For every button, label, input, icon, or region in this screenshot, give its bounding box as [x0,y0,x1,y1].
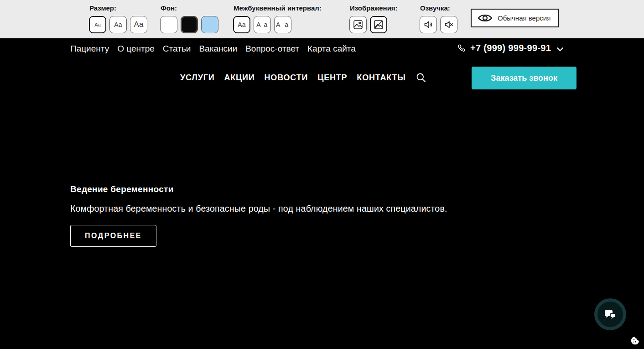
images-label: Изображения: [350,4,398,12]
sound-on-button[interactable] [420,16,437,33]
phone-icon [457,43,466,53]
background-black-swatch[interactable] [181,16,198,33]
nav-link-contacts[interactable]: КОНТАКТЫ [357,73,405,83]
image-icon [353,19,364,30]
images-off-button[interactable] [370,16,387,33]
nav-link-center[interactable]: ЦЕНТР [317,73,347,83]
sound-off-button[interactable] [440,16,457,33]
nav-link-faq[interactable]: Вопрос-ответ [245,44,299,54]
eye-icon [478,13,493,23]
nav-link-patient[interactable]: Пациенту [70,44,109,54]
letter-spacing-large-button[interactable]: А а [274,16,291,33]
letter-spacing-medium-button[interactable]: А а [254,16,271,33]
search-button[interactable] [415,72,426,83]
cookie-icon [630,336,640,345]
nav-link-sitemap[interactable]: Карта сайта [307,44,356,54]
chat-widget-button[interactable] [594,298,626,330]
nav-link-articles[interactable]: Статьи [163,44,191,54]
speaker-mute-icon [443,19,454,30]
phone-block[interactable]: +7 (999) 999-99-91 [457,43,564,53]
nav-link-services[interactable]: УСЛУГИ [180,73,215,83]
letter-spacing-label: Межбуквенный интервал: [234,4,322,12]
chevron-down-icon [556,47,564,52]
nav-link-promotions[interactable]: АКЦИИ [224,73,255,83]
background-blue-swatch[interactable] [201,16,218,33]
accessibility-toolbar: Размер: Аа Аа Аа Фон: Межбуквенный интер… [0,0,644,38]
search-icon [415,72,426,83]
background-white-swatch[interactable] [160,16,177,33]
main-nav: УСЛУГИ АКЦИИ НОВОСТИ ЦЕНТР КОНТАКТЫ [180,72,426,83]
image-off-icon [373,19,384,30]
chat-bubbles-icon [603,308,617,321]
background-label: Фон: [161,4,177,12]
nav-link-about-center[interactable]: О центре [117,44,155,54]
speaker-on-icon [423,19,434,30]
sound-label: Озвучка: [420,4,450,12]
nav-link-vacancies[interactable]: Вакансии [199,44,237,54]
more-details-button[interactable]: ПОДРОБНЕЕ [70,225,156,247]
promo-description: Комфортная беременность и безопасные род… [70,203,447,214]
phone-number: +7 (999) 999-99-91 [470,43,551,53]
images-on-button[interactable] [349,16,367,33]
nav-link-news[interactable]: НОВОСТИ [265,73,308,83]
normal-version-label: Обычная версия [498,14,551,22]
cookie-settings-button[interactable] [630,336,640,345]
normal-version-button[interactable]: Обычная версия [471,9,559,27]
font-size-medium-button[interactable]: Аа [109,16,127,33]
letter-spacing-normal-button[interactable]: Аа [233,16,250,33]
secondary-nav: Пациенту О центре Статьи Вакансии Вопрос… [70,44,356,54]
order-call-button[interactable]: Заказать звонок [472,67,576,89]
promo-title: Ведение беременности [70,184,174,194]
font-size-large-button[interactable]: Аа [130,16,147,33]
font-size-label: Размер: [89,4,116,12]
font-size-small-button[interactable]: Аа [89,16,106,33]
